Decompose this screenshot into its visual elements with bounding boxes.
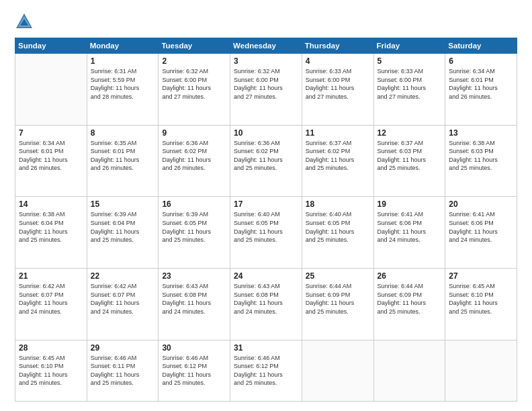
cell-info: Sunrise: 6:42 AM Sunset: 6:07 PM Dayligh…: [19, 282, 83, 316]
calendar-cell: 29Sunrise: 6:46 AM Sunset: 6:11 PM Dayli…: [87, 340, 159, 401]
cell-info: Sunrise: 6:41 AM Sunset: 6:06 PM Dayligh…: [449, 210, 513, 244]
calendar-weekday: Friday: [373, 38, 445, 54]
day-number: 19: [378, 199, 442, 209]
logo-icon: [15, 12, 34, 31]
calendar-cell: 31Sunrise: 6:46 AM Sunset: 6:12 PM Dayli…: [230, 340, 302, 401]
day-number: 15: [91, 199, 155, 209]
calendar-week-row: 28Sunrise: 6:45 AM Sunset: 6:10 PM Dayli…: [15, 340, 517, 401]
calendar-cell: 16Sunrise: 6:39 AM Sunset: 6:05 PM Dayli…: [159, 197, 230, 269]
calendar-cell: 14Sunrise: 6:38 AM Sunset: 6:04 PM Dayli…: [15, 197, 87, 269]
calendar-week-row: 21Sunrise: 6:42 AM Sunset: 6:07 PM Dayli…: [15, 268, 517, 340]
calendar-cell: [445, 340, 517, 401]
day-number: 14: [19, 199, 83, 209]
day-number: 13: [449, 128, 513, 138]
calendar-cell: 24Sunrise: 6:43 AM Sunset: 6:08 PM Dayli…: [230, 268, 302, 340]
calendar-weekday: Saturday: [445, 38, 517, 54]
calendar-week-row: 1Sunrise: 6:31 AM Sunset: 5:59 PM Daylig…: [15, 54, 517, 126]
cell-info: Sunrise: 6:44 AM Sunset: 6:09 PM Dayligh…: [378, 282, 442, 316]
calendar-cell: 3Sunrise: 6:32 AM Sunset: 6:00 PM Daylig…: [230, 54, 302, 126]
cell-info: Sunrise: 6:32 AM Sunset: 6:00 PM Dayligh…: [234, 67, 298, 101]
cell-info: Sunrise: 6:36 AM Sunset: 6:02 PM Dayligh…: [162, 139, 226, 173]
day-number: 1: [91, 56, 155, 66]
calendar-cell: 30Sunrise: 6:46 AM Sunset: 6:12 PM Dayli…: [159, 340, 230, 401]
calendar-cell: 21Sunrise: 6:42 AM Sunset: 6:07 PM Dayli…: [15, 268, 87, 340]
cell-info: Sunrise: 6:33 AM Sunset: 6:00 PM Dayligh…: [306, 67, 370, 101]
cell-info: Sunrise: 6:38 AM Sunset: 6:03 PM Dayligh…: [449, 139, 513, 173]
calendar-cell: 2Sunrise: 6:32 AM Sunset: 6:00 PM Daylig…: [159, 54, 230, 126]
calendar-cell: 9Sunrise: 6:36 AM Sunset: 6:02 PM Daylig…: [159, 125, 230, 197]
cell-info: Sunrise: 6:42 AM Sunset: 6:07 PM Dayligh…: [91, 282, 155, 316]
calendar-header-row: SundayMondayTuesdayWednesdayThursdayFrid…: [15, 38, 517, 54]
day-number: 25: [306, 271, 370, 281]
calendar-cell: [302, 340, 373, 401]
calendar-cell: 19Sunrise: 6:41 AM Sunset: 6:06 PM Dayli…: [373, 197, 445, 269]
calendar-weekday: Sunday: [15, 38, 87, 54]
cell-info: Sunrise: 6:45 AM Sunset: 6:10 PM Dayligh…: [19, 354, 83, 387]
cell-info: Sunrise: 6:41 AM Sunset: 6:06 PM Dayligh…: [378, 210, 442, 244]
calendar-cell: 12Sunrise: 6:37 AM Sunset: 6:03 PM Dayli…: [373, 125, 445, 197]
calendar-cell: 23Sunrise: 6:43 AM Sunset: 6:08 PM Dayli…: [159, 268, 230, 340]
cell-info: Sunrise: 6:34 AM Sunset: 6:01 PM Dayligh…: [19, 139, 83, 173]
day-number: 27: [449, 271, 513, 281]
calendar-cell: 1Sunrise: 6:31 AM Sunset: 5:59 PM Daylig…: [87, 54, 159, 126]
day-number: 12: [378, 128, 442, 138]
day-number: 30: [162, 343, 226, 353]
calendar-weekday: Monday: [87, 38, 159, 54]
calendar-cell: [15, 54, 87, 126]
day-number: 23: [162, 271, 226, 281]
page: SundayMondayTuesdayWednesdayThursdayFrid…: [0, 0, 532, 411]
day-number: 5: [378, 56, 442, 66]
calendar-cell: [373, 340, 445, 401]
cell-info: Sunrise: 6:46 AM Sunset: 6:11 PM Dayligh…: [91, 354, 155, 387]
day-number: 17: [234, 199, 298, 209]
cell-info: Sunrise: 6:37 AM Sunset: 6:02 PM Dayligh…: [306, 139, 370, 173]
calendar-cell: 4Sunrise: 6:33 AM Sunset: 6:00 PM Daylig…: [302, 54, 373, 126]
day-number: 22: [91, 271, 155, 281]
calendar-cell: 17Sunrise: 6:40 AM Sunset: 6:05 PM Dayli…: [230, 197, 302, 269]
day-number: 11: [306, 128, 370, 138]
cell-info: Sunrise: 6:39 AM Sunset: 6:04 PM Dayligh…: [91, 210, 155, 244]
calendar-cell: 25Sunrise: 6:44 AM Sunset: 6:09 PM Dayli…: [302, 268, 373, 340]
day-number: 18: [306, 199, 370, 209]
day-number: 7: [19, 128, 83, 138]
calendar-cell: 8Sunrise: 6:35 AM Sunset: 6:01 PM Daylig…: [87, 125, 159, 197]
cell-info: Sunrise: 6:40 AM Sunset: 6:05 PM Dayligh…: [306, 210, 370, 244]
calendar-cell: 18Sunrise: 6:40 AM Sunset: 6:05 PM Dayli…: [302, 197, 373, 269]
cell-info: Sunrise: 6:43 AM Sunset: 6:08 PM Dayligh…: [162, 282, 226, 316]
day-number: 16: [162, 199, 226, 209]
day-number: 2: [162, 56, 226, 66]
cell-info: Sunrise: 6:40 AM Sunset: 6:05 PM Dayligh…: [234, 210, 298, 244]
calendar-weekday: Thursday: [302, 38, 373, 54]
day-number: 10: [234, 128, 298, 138]
calendar-cell: 7Sunrise: 6:34 AM Sunset: 6:01 PM Daylig…: [15, 125, 87, 197]
calendar-cell: 26Sunrise: 6:44 AM Sunset: 6:09 PM Dayli…: [373, 268, 445, 340]
calendar-cell: 10Sunrise: 6:36 AM Sunset: 6:02 PM Dayli…: [230, 125, 302, 197]
calendar-week-row: 7Sunrise: 6:34 AM Sunset: 6:01 PM Daylig…: [15, 125, 517, 197]
calendar-cell: 5Sunrise: 6:33 AM Sunset: 6:00 PM Daylig…: [373, 54, 445, 126]
day-number: 24: [234, 271, 298, 281]
calendar-cell: 6Sunrise: 6:34 AM Sunset: 6:01 PM Daylig…: [445, 54, 517, 126]
calendar-cell: 13Sunrise: 6:38 AM Sunset: 6:03 PM Dayli…: [445, 125, 517, 197]
header: [15, 12, 517, 31]
cell-info: Sunrise: 6:44 AM Sunset: 6:09 PM Dayligh…: [306, 282, 370, 316]
day-number: 28: [19, 343, 83, 353]
day-number: 31: [234, 343, 298, 353]
calendar-cell: 11Sunrise: 6:37 AM Sunset: 6:02 PM Dayli…: [302, 125, 373, 197]
calendar-weekday: Wednesday: [230, 38, 302, 54]
cell-info: Sunrise: 6:43 AM Sunset: 6:08 PM Dayligh…: [234, 282, 298, 316]
cell-info: Sunrise: 6:38 AM Sunset: 6:04 PM Dayligh…: [19, 210, 83, 244]
cell-info: Sunrise: 6:35 AM Sunset: 6:01 PM Dayligh…: [91, 139, 155, 173]
day-number: 4: [306, 56, 370, 66]
cell-info: Sunrise: 6:31 AM Sunset: 5:59 PM Dayligh…: [91, 67, 155, 101]
calendar-cell: 27Sunrise: 6:45 AM Sunset: 6:10 PM Dayli…: [445, 268, 517, 340]
cell-info: Sunrise: 6:34 AM Sunset: 6:01 PM Dayligh…: [449, 67, 513, 101]
day-number: 8: [91, 128, 155, 138]
cell-info: Sunrise: 6:46 AM Sunset: 6:12 PM Dayligh…: [234, 354, 298, 387]
day-number: 29: [91, 343, 155, 353]
calendar-week-row: 14Sunrise: 6:38 AM Sunset: 6:04 PM Dayli…: [15, 197, 517, 269]
cell-info: Sunrise: 6:33 AM Sunset: 6:00 PM Dayligh…: [378, 67, 442, 101]
calendar-weekday: Tuesday: [159, 38, 230, 54]
calendar-cell: 28Sunrise: 6:45 AM Sunset: 6:10 PM Dayli…: [15, 340, 87, 401]
cell-info: Sunrise: 6:36 AM Sunset: 6:02 PM Dayligh…: [234, 139, 298, 173]
day-number: 21: [19, 271, 83, 281]
